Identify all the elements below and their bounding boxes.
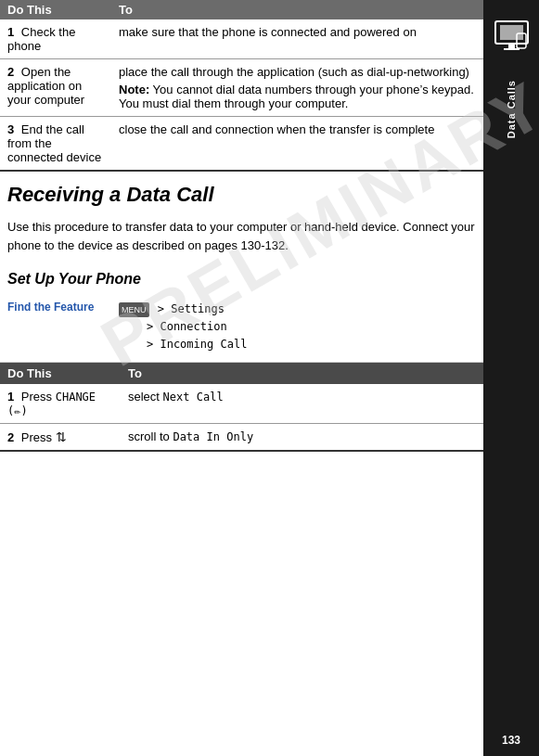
bottom-table-col1-header: Do This <box>0 363 121 384</box>
row2-num: 2 <box>7 65 14 79</box>
table-row: 2 Open the application on your computer … <box>0 59 483 117</box>
row2-to: place the call through the application (… <box>111 59 483 117</box>
bottom-row1-to: select Next Call <box>121 384 483 424</box>
row1-do-text: Check the phone <box>7 25 75 53</box>
bottom-table: Do This To 1 Press CHANGE (✏) select Nex… <box>0 363 483 452</box>
row2-to-main: place the call through the application (… <box>119 65 476 79</box>
bottom-row2-num: 2 <box>7 430 14 444</box>
menu-icon: MENU <box>119 302 149 317</box>
bottom-row2-to-prefix: scroll to <box>128 429 173 443</box>
top-table: Do This To 1 Check the phone make sure t… <box>0 0 483 172</box>
bottom-table-header: Do This To <box>0 363 483 384</box>
page-number: 133 <box>502 734 520 747</box>
top-table-col1-header: Do This <box>0 0 111 19</box>
row2-note: Note: You cannot dial data numbers throu… <box>119 83 476 110</box>
bottom-row2-do-prefix: Press <box>21 430 56 444</box>
sub-heading: Set Up Your Phone <box>0 263 483 293</box>
feature-path-line2: > Connection <box>147 320 227 333</box>
section-body: Use this procedure to transfer data to y… <box>0 214 483 263</box>
table-row: 3 End the call from the connected device… <box>0 117 483 172</box>
bottom-row1-to-prefix: select <box>128 390 163 404</box>
note-body: You cannot dial data numbers through you… <box>119 83 474 110</box>
section-heading: Receiving a Data Call <box>0 172 483 214</box>
bottom-row2-to: scroll to Data In Only <box>121 423 483 451</box>
bottom-row1-do: 1 Press CHANGE (✏) <box>0 384 121 424</box>
table-row: 2 Press ⇅ scroll to Data In Only <box>0 423 483 451</box>
top-table-header: Do This To <box>0 0 483 19</box>
bottom-row2-to-code: Data In Only <box>173 430 253 443</box>
find-the-feature-label: Find the Feature <box>7 301 119 314</box>
bottom-row1-num: 1 <box>7 390 14 404</box>
svg-rect-1 <box>500 25 523 40</box>
svg-rect-2 <box>508 44 515 48</box>
table-row: 1 Check the phone make sure that the pho… <box>0 19 483 59</box>
table-row: 1 Press CHANGE (✏) select Next Call <box>0 384 483 424</box>
bottom-row1-to-code: Next Call <box>163 391 224 404</box>
bottom-row2-do: 2 Press ⇅ <box>0 423 121 451</box>
bottom-table-col2-header: To <box>121 363 483 384</box>
sidebar: Data Calls 133 <box>483 0 539 756</box>
row3-do-text: End the call from the connected device <box>7 122 101 164</box>
sidebar-label: Data Calls <box>506 80 517 138</box>
row1-do: 1 Check the phone <box>0 19 111 59</box>
row3-to: close the call and connection when the t… <box>111 117 483 172</box>
row1-to: make sure that the phone is connected an… <box>111 19 483 59</box>
bottom-row1-do-prefix: Press <box>21 390 56 404</box>
bottom-row2-arrow-icon: ⇅ <box>56 429 67 444</box>
row2-do: 2 Open the application on your computer <box>0 59 111 117</box>
main-content: Do This To 1 Check the phone make sure t… <box>0 0 483 756</box>
feature-path-line1: > Settings <box>158 302 225 315</box>
row1-num: 1 <box>7 25 14 39</box>
row2-do-text: Open the application on your computer <box>7 65 84 107</box>
find-the-feature-box: Find the Feature MENU > Settings > Conne… <box>0 293 483 363</box>
note-label: Note: <box>119 83 149 96</box>
row3-do: 3 End the call from the connected device <box>0 117 111 172</box>
device-icon <box>491 17 533 61</box>
feature-path: MENU > Settings > Connection > Incoming … <box>119 301 247 354</box>
row3-num: 3 <box>7 122 14 136</box>
top-table-col2-header: To <box>111 0 483 19</box>
feature-path-line3: > Incoming Call <box>147 338 247 351</box>
